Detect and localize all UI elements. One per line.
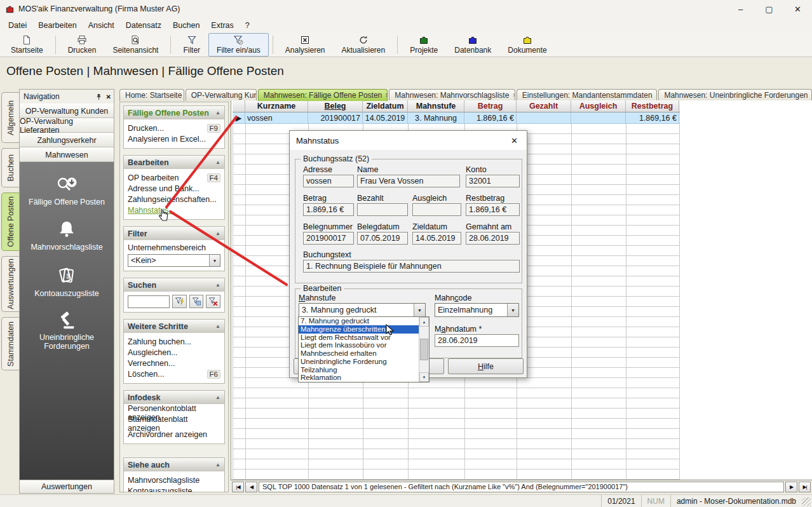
konto-field[interactable]: 32001 bbox=[466, 175, 520, 187]
see-mahnvorschlagsliste[interactable]: Mahnvorschlagsliste bbox=[128, 475, 220, 485]
tab-close-icon[interactable]: ✕ bbox=[385, 92, 388, 98]
filter-apply-button[interactable] bbox=[172, 295, 187, 308]
menu-datei[interactable]: Datei bbox=[3, 19, 32, 32]
side-tab-buchen[interactable]: Buchen bbox=[1, 148, 19, 187]
collapse-icon[interactable]: ▲ bbox=[215, 231, 220, 236]
side-tab-offene-posten[interactable]: Offene Posten bbox=[1, 193, 19, 251]
chevron-down-icon[interactable]: ▼ bbox=[414, 304, 425, 316]
restbetrag-field[interactable]: 1.869,16 € bbox=[466, 203, 520, 216]
collapse-icon[interactable]: ▲ bbox=[215, 159, 220, 165]
adresse-field[interactable]: vossen bbox=[303, 175, 354, 187]
section-header[interactable]: Bearbeiten▲ bbox=[124, 156, 224, 169]
tab-mahnwesen-faellige-offene-posten[interactable]: Mahnwesen: Fällige Offene Posten ✕ bbox=[258, 89, 388, 101]
dialog-title-bar[interactable]: Mahnstatus ✕ bbox=[290, 131, 527, 150]
belegdatum-field[interactable]: 07.05.2019 bbox=[357, 232, 408, 245]
menu-buchen[interactable]: Buchen bbox=[167, 19, 205, 32]
zieldatum-field[interactable]: 14.05.2019 bbox=[412, 232, 461, 245]
cell-mahnstufe[interactable]: 3. Mahnung bbox=[408, 112, 464, 123]
tab-op-verwaltung-kunden[interactable]: OP-Verwaltung Kunden: Offen bbox=[186, 89, 257, 101]
col-header-mahnstufe[interactable]: Mahnstufe bbox=[408, 100, 464, 112]
cell-gezahlt[interactable] bbox=[517, 112, 571, 123]
collapse-icon[interactable]: ▲ bbox=[215, 110, 220, 116]
mahncode-combo[interactable]: Einzelmahnung ▼ bbox=[435, 303, 519, 317]
task-archivordner[interactable]: Archivordner anzeigen bbox=[128, 429, 220, 440]
cell-ausgleich[interactable] bbox=[571, 112, 626, 123]
tab-mahnwesen-uneinbringliche-forderungen[interactable]: Mahnwesen: Uneinbringliche Forderungen ✕ bbox=[658, 89, 812, 101]
col-header-restbetrag[interactable]: Restbetrag bbox=[626, 100, 679, 112]
dialog-close-icon[interactable]: ✕ bbox=[508, 136, 520, 145]
collapse-icon[interactable]: ▲ bbox=[215, 395, 220, 400]
drucken-button[interactable]: Drucken bbox=[60, 33, 105, 57]
search-input[interactable] bbox=[128, 295, 170, 308]
menu-bearbeiten[interactable]: Bearbeiten bbox=[32, 19, 82, 32]
section-header[interactable]: Siehe auch▲ bbox=[124, 458, 224, 471]
tab-close-icon[interactable]: ✕ bbox=[512, 92, 515, 98]
mahndatum-field[interactable]: 28.06.2019 bbox=[435, 334, 519, 347]
dropdown-item[interactable]: Liegt dem Inkassobüro vor bbox=[299, 341, 419, 349]
menu-ansicht[interactable]: Ansicht bbox=[83, 19, 120, 32]
nav-item-uneinbringliche-forderungen[interactable]: Uneinbringliche Forderungen bbox=[20, 306, 114, 355]
nav-zahlungsverkehr[interactable]: Zahlungsverkehr bbox=[20, 133, 114, 147]
analysieren-button[interactable]: Analysieren bbox=[277, 33, 334, 57]
filter-clear-button[interactable] bbox=[206, 295, 220, 308]
col-header-betrag[interactable]: Betrag bbox=[464, 100, 517, 112]
tab-mahnwesen-mahnvorschlagsliste[interactable]: Mahnwesen: Mahnvorschlagsliste ✕ bbox=[389, 89, 515, 101]
pin-icon[interactable] bbox=[95, 93, 102, 100]
chevron-down-icon[interactable]: ▼ bbox=[507, 304, 518, 316]
nav-mahnwesen[interactable]: Mahnwesen bbox=[20, 147, 114, 162]
task-verrechnen[interactable]: Verrechnen... bbox=[128, 358, 220, 368]
menu-hilfe[interactable]: ? bbox=[240, 19, 255, 32]
maximize-button[interactable]: ▢ bbox=[755, 0, 783, 18]
section-header[interactable]: Fällige Offene Posten▲ bbox=[124, 106, 224, 119]
cell-betrag[interactable]: 1.869,16 € bbox=[464, 112, 517, 123]
gemahnt-am-field[interactable]: 28.06.2019 bbox=[466, 232, 520, 245]
dropdown-item[interactable]: Uneinbringliche Forderung bbox=[299, 358, 419, 366]
close-button[interactable]: ✕ bbox=[783, 0, 812, 18]
tab-einstellungen-mandantenstammdaten[interactable]: Einstellungen: Mandantenstammdaten ✕ bbox=[517, 89, 658, 101]
hilfe-button[interactable]: Hilfe bbox=[448, 358, 524, 374]
task-zahlung-buchen[interactable]: Zahlung buchen... bbox=[128, 336, 220, 347]
menu-extras[interactable]: Extras bbox=[205, 19, 239, 32]
ausgleich-field[interactable] bbox=[412, 203, 461, 216]
seitenansicht-button[interactable]: Seitenansicht bbox=[104, 33, 166, 57]
scroll-thumb[interactable] bbox=[420, 339, 428, 360]
filter-list-button[interactable] bbox=[189, 295, 204, 308]
name-field[interactable]: Frau Vera Vossen bbox=[357, 175, 460, 187]
task-stammdatenblatt[interactable]: Stammdatenblatt anzeigen bbox=[128, 418, 220, 429]
bezahlt-field[interactable] bbox=[357, 203, 408, 216]
aktualisieren-button[interactable]: Aktualisieren bbox=[334, 33, 394, 57]
belegnummer-field[interactable]: 201900017 bbox=[303, 232, 354, 245]
collapse-icon[interactable]: ▲ bbox=[215, 462, 220, 468]
col-header-kurzname[interactable]: Kurzname bbox=[245, 100, 308, 112]
close-panel-icon[interactable]: ✕ bbox=[106, 93, 111, 100]
menu-datensatz[interactable]: Datensatz bbox=[120, 19, 167, 32]
startseite-button[interactable]: Startseite bbox=[3, 33, 51, 57]
previous-record-button[interactable]: ◀ bbox=[245, 482, 257, 492]
chevron-down-icon[interactable]: ▼ bbox=[209, 255, 220, 266]
col-header-ausgleich[interactable]: Ausgleich bbox=[571, 100, 626, 112]
scroll-down-icon[interactable]: ▼ bbox=[419, 372, 429, 382]
buchungstext-field[interactable]: 1. Rechnung Beispiele für Mahnungen bbox=[303, 260, 520, 273]
dropdown-item[interactable]: Teilzahlung bbox=[299, 366, 419, 374]
task-mahnstatus-link[interactable]: Mahnstatus... bbox=[128, 205, 220, 215]
dropdown-item[interactable]: Mahnbescheid erhalten bbox=[299, 349, 419, 358]
task-loeschen[interactable]: Löschen...F6 bbox=[128, 368, 220, 379]
dropdown-item[interactable]: Liegt dem Rechtsanwalt vor bbox=[299, 334, 419, 342]
nav-auswertungen-button[interactable]: Auswertungen bbox=[20, 480, 114, 493]
cell-restbetrag[interactable]: 1.869,16 € bbox=[626, 112, 679, 123]
unternehmensbereich-combo[interactable]: <Kein> ▼ bbox=[128, 254, 220, 267]
section-header[interactable]: Suchen▲ bbox=[124, 278, 224, 292]
dropdown-item-selected[interactable]: Mahngrenze überschritten bbox=[299, 325, 419, 334]
next-record-button[interactable]: ▶ bbox=[785, 482, 797, 492]
section-header[interactable]: Infodesk▲ bbox=[124, 391, 224, 404]
table-row-selected[interactable]: ▶ vossen 201900017 14.05.2019 3. Mahnung… bbox=[233, 112, 680, 124]
task-analysieren-in-excel[interactable]: Analysieren in Excel... bbox=[128, 133, 220, 144]
datenbank-button[interactable]: Datenbank bbox=[446, 33, 499, 57]
tab-home-startseite[interactable]: Home: Startseite bbox=[119, 89, 184, 101]
tab-close-icon[interactable]: ✕ bbox=[656, 92, 658, 98]
col-header-zieldatum[interactable]: Zieldatum bbox=[363, 100, 408, 112]
cell-beleg[interactable]: 201900017 bbox=[308, 112, 363, 123]
projekte-button[interactable]: Projekte bbox=[402, 33, 446, 57]
scroll-up-icon[interactable]: ▲ bbox=[419, 317, 429, 327]
cell-kurzname[interactable]: vossen bbox=[245, 112, 308, 123]
